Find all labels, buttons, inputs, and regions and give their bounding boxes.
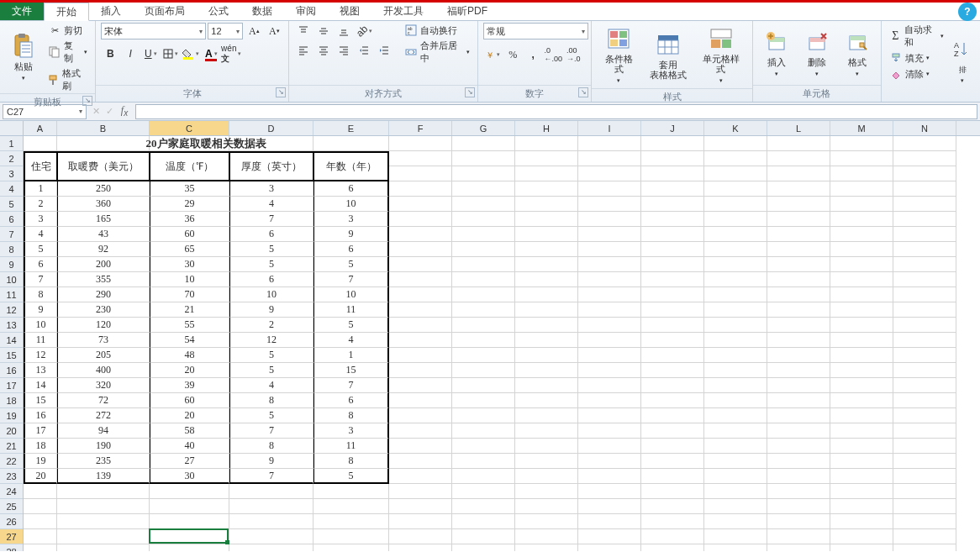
cell[interactable] xyxy=(389,484,452,499)
table-data-cell[interactable]: 8 xyxy=(229,393,313,408)
cell[interactable] xyxy=(830,514,893,529)
font-size-select[interactable]: 12▾ xyxy=(208,23,243,39)
cell[interactable] xyxy=(893,514,956,529)
percent-button[interactable]: % xyxy=(503,46,522,63)
table-data-cell[interactable]: 6 xyxy=(313,393,389,408)
cell[interactable] xyxy=(641,499,704,514)
cell[interactable] xyxy=(704,499,767,514)
cell[interactable] xyxy=(641,544,704,551)
table-data-cell[interactable]: 58 xyxy=(150,423,229,439)
cell[interactable] xyxy=(704,514,767,529)
font-name-select[interactable]: 宋体▾ xyxy=(101,23,206,39)
table-data-cell[interactable]: 200 xyxy=(57,257,150,272)
cell[interactable] xyxy=(641,318,704,333)
bold-button[interactable]: B xyxy=(101,45,119,62)
cell[interactable] xyxy=(578,454,641,469)
cell[interactable] xyxy=(767,302,830,318)
cell[interactable] xyxy=(767,181,830,197)
cell[interactable] xyxy=(452,333,515,348)
table-data-cell[interactable]: 5 xyxy=(229,257,313,272)
align-bottom-button[interactable] xyxy=(335,23,353,39)
table-data-cell[interactable]: 8 xyxy=(229,439,313,454)
cell[interactable] xyxy=(767,499,830,514)
cell[interactable] xyxy=(830,302,893,318)
cell[interactable] xyxy=(578,363,641,378)
cell[interactable] xyxy=(452,272,515,287)
cell[interactable] xyxy=(641,151,704,166)
cell[interactable] xyxy=(767,333,830,348)
cell[interactable] xyxy=(452,439,515,454)
cell[interactable] xyxy=(515,272,578,287)
col-header[interactable]: A xyxy=(24,121,57,135)
cell[interactable] xyxy=(452,166,515,181)
delete-cells-button[interactable]: 删除▾ xyxy=(798,23,835,85)
cell[interactable] xyxy=(578,136,641,151)
table-data-cell[interactable]: 4 xyxy=(229,197,313,212)
table-data-cell[interactable]: 10 xyxy=(313,287,389,302)
cell[interactable] xyxy=(704,408,767,423)
table-data-cell[interactable]: 70 xyxy=(150,287,229,302)
table-data-cell[interactable]: 7 xyxy=(229,212,313,227)
cell[interactable] xyxy=(57,484,150,499)
cell[interactable] xyxy=(893,529,956,544)
row-header[interactable]: 2 xyxy=(0,151,23,166)
cell[interactable] xyxy=(389,166,452,181)
cell[interactable] xyxy=(767,151,830,166)
cell[interactable] xyxy=(641,408,704,423)
cell[interactable] xyxy=(767,439,830,454)
cell[interactable] xyxy=(515,227,578,242)
cell[interactable] xyxy=(893,393,956,408)
cell[interactable] xyxy=(767,469,830,484)
cell[interactable] xyxy=(389,439,452,454)
cell[interactable] xyxy=(767,378,830,393)
table-data-cell[interactable]: 400 xyxy=(57,363,150,378)
table-data-cell[interactable]: 5 xyxy=(229,363,313,378)
table-data-cell[interactable]: 3 xyxy=(313,423,389,439)
cell[interactable] xyxy=(578,197,641,212)
table-data-cell[interactable]: 6 xyxy=(229,272,313,287)
table-data-cell[interactable]: 5 xyxy=(24,242,57,257)
cell[interactable] xyxy=(830,136,893,151)
table-data-cell[interactable]: 1 xyxy=(24,181,57,197)
table-data-cell[interactable]: 2 xyxy=(24,197,57,212)
table-data-cell[interactable]: 65 xyxy=(150,242,229,257)
table-data-cell[interactable]: 235 xyxy=(57,454,150,469)
cell[interactable] xyxy=(313,484,389,499)
cell[interactable] xyxy=(641,393,704,408)
cell[interactable] xyxy=(893,302,956,318)
cell[interactable] xyxy=(452,393,515,408)
cell[interactable] xyxy=(389,363,452,378)
cell[interactable] xyxy=(313,514,389,529)
cell[interactable] xyxy=(704,318,767,333)
cell[interactable] xyxy=(578,499,641,514)
format-cells-button[interactable]: 格式▾ xyxy=(839,23,876,85)
cell[interactable] xyxy=(704,378,767,393)
copy-button[interactable]: 复制 ▾ xyxy=(45,39,90,66)
table-data-cell[interactable]: 6 xyxy=(229,227,313,242)
col-header[interactable]: H xyxy=(515,121,578,135)
cell[interactable] xyxy=(641,348,704,363)
table-data-cell[interactable]: 27 xyxy=(150,454,229,469)
cell[interactable] xyxy=(452,469,515,484)
cell[interactable] xyxy=(389,393,452,408)
table-data-cell[interactable]: 320 xyxy=(57,378,150,393)
table-data-cell[interactable]: 6 xyxy=(24,257,57,272)
cell[interactable] xyxy=(893,181,956,197)
cell[interactable] xyxy=(452,454,515,469)
table-data-cell[interactable]: 12 xyxy=(229,333,313,348)
decrease-font-button[interactable]: A▾ xyxy=(265,23,283,39)
table-title[interactable]: 20户家庭取暖相关数据表 xyxy=(24,136,389,151)
table-data-cell[interactable]: 3 xyxy=(229,181,313,197)
col-header[interactable]: E xyxy=(313,121,389,135)
cell[interactable] xyxy=(452,136,515,151)
table-data-cell[interactable]: 10 xyxy=(229,287,313,302)
table-data-cell[interactable]: 92 xyxy=(57,242,150,257)
row-header[interactable]: 16 xyxy=(0,363,23,378)
cell[interactable] xyxy=(229,544,313,551)
tab-view[interactable]: 视图 xyxy=(328,3,371,20)
cell[interactable] xyxy=(313,499,389,514)
cell[interactable] xyxy=(389,257,452,272)
cell[interactable] xyxy=(452,181,515,197)
cell[interactable] xyxy=(767,287,830,302)
cell[interactable] xyxy=(515,544,578,551)
